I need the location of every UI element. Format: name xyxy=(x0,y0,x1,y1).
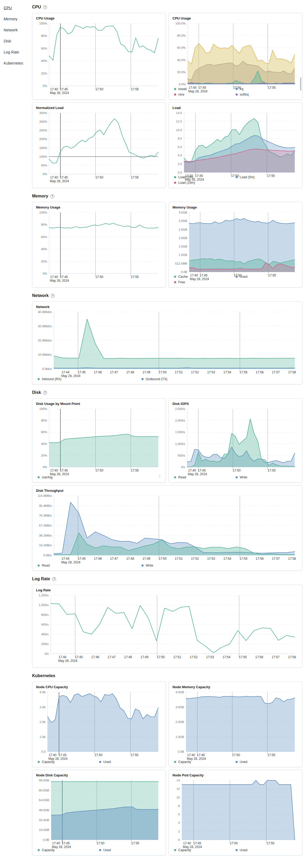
svg-text:17:56: 17:56 xyxy=(255,655,263,659)
legend-label: /var/log xyxy=(42,475,53,479)
legend-item[interactable]: iowait xyxy=(174,87,187,91)
chart-title: Disk IOPS xyxy=(172,402,298,406)
disk-iops-chart[interactable]: 0/s500/s1,000/s1,500/s2,000/s2,500/s17:4… xyxy=(172,406,298,474)
svg-text:17:50: 17:50 xyxy=(157,655,165,659)
svg-text:600/s: 600/s xyxy=(41,623,48,626)
svg-text:17:40: 17:40 xyxy=(50,469,58,472)
svg-text:3.0b: 3.0b xyxy=(40,706,45,709)
legend-dot-icon xyxy=(236,849,238,851)
svg-text:17:55: 17:55 xyxy=(267,753,275,757)
chart-legend: CapacityUsed xyxy=(36,847,162,852)
legend-dot-icon xyxy=(236,476,238,478)
legend-item[interactable]: nice xyxy=(174,93,184,96)
chart-card-cpu-usage-breakdown: CPU Usage 0.0%20.0%40.0%60.0%80.0%100.0%… xyxy=(169,13,302,100)
chart-card-node-disk-capacity: Node Disk Capacity 0.0B16.0GB32.0GB48.0G… xyxy=(32,770,166,855)
svg-text:17:54: 17:54 xyxy=(224,557,231,560)
legend-item[interactable]: Write xyxy=(141,564,153,567)
svg-text:17:55: 17:55 xyxy=(131,176,139,179)
legend-item[interactable]: Capacity xyxy=(174,760,191,764)
sidebar-item-disk[interactable]: Disk xyxy=(4,39,11,43)
disk-throughput-chart[interactable]: 0.0B/s19.1MB/s38.1MB/s57.2MB/s76.3MB/s95… xyxy=(36,493,298,563)
legend-item[interactable]: Capacity xyxy=(174,848,191,852)
svg-text:17:58: 17:58 xyxy=(288,557,296,560)
legend-item[interactable]: Used xyxy=(236,275,247,279)
svg-text:80.0%: 80.0% xyxy=(177,34,185,37)
chart-card-load: Load 0.02.04.06.08.010.012.014.017:4017:… xyxy=(169,102,302,188)
section-title: Log Rate xyxy=(32,577,50,581)
normalized-load-chart[interactable]: 0%50%100%150%200%250%300%350%17:4017:451… xyxy=(36,110,162,185)
help-icon[interactable]: ? xyxy=(43,5,47,9)
overflow-menu-icon[interactable]: ⋮ xyxy=(157,474,163,478)
memory-usage-chart[interactable]: 0%20%40%60%80%100%17:4017:4517:5017:55Ma… xyxy=(36,210,162,285)
sidebar-item-memory[interactable]: Memory xyxy=(4,17,18,21)
svg-text:0.0bit/s: 0.0bit/s xyxy=(42,367,52,370)
cpu-usage-breakdown-chart[interactable]: 0.0%20.0%40.0%60.0%80.0%100.0%17:4017:45… xyxy=(172,21,298,86)
help-icon[interactable]: ? xyxy=(43,391,47,395)
memory-usage-breakdown-chart[interactable]: 0.0B512.0MB1.0GB1.5GB2.0GB2.5GB3.0GB3.5G… xyxy=(172,210,298,274)
svg-text:114.4MB/s: 114.4MB/s xyxy=(38,494,52,497)
legend-label: Capacity xyxy=(42,848,55,852)
network-chart[interactable]: 0.0bit/s10.0Mbit/s20.0Mbit/s30.0Mbit/s40… xyxy=(36,309,298,376)
legend-item[interactable]: Free xyxy=(174,280,185,284)
legend-dot-icon xyxy=(38,564,40,566)
sidebar-item-cpu[interactable]: CPU xyxy=(4,6,12,10)
legend-item[interactable]: Used xyxy=(99,848,111,852)
legend-label: softirq xyxy=(240,93,249,96)
chart-card-memory-usage: Memory Usage 0%20%40%60%80%100%17:4017:4… xyxy=(32,202,166,287)
node-pod-capacity-chart[interactable]: 0246810121417:4017:4517:5017:55May 28, 2… xyxy=(172,778,298,847)
svg-text:14: 14 xyxy=(176,779,180,782)
legend-item[interactable]: Read xyxy=(38,564,50,567)
section-title: Disk xyxy=(32,390,41,395)
legend-item[interactable]: /var/log xyxy=(38,475,53,479)
chart-title: Disk Throughput xyxy=(36,489,298,493)
svg-text:19.1MB/s: 19.1MB/s xyxy=(39,544,52,547)
legend-item[interactable]: Used xyxy=(236,760,247,764)
section-heading-kubernetes: Kubernetes xyxy=(32,674,302,678)
sidebar-item-network[interactable]: Network xyxy=(4,28,18,32)
legend-item[interactable]: Inbound (RX) xyxy=(38,377,61,381)
help-icon[interactable]: ? xyxy=(50,194,54,198)
svg-text:17:48: 17:48 xyxy=(124,655,132,659)
cpu-usage-chart[interactable]: 0%20%40%60%80%100%17:4017:4517:5017:55Ma… xyxy=(36,21,162,97)
legend-item[interactable]: Write xyxy=(236,475,247,479)
chart-card-normalized-load: Normalized Load 0%50%100%150%200%250%300… xyxy=(32,102,166,188)
node-memory-capacity-chart[interactable]: 0.0B1.0GB2.0GB3.0GB4.0GB17:4017:4517:501… xyxy=(172,689,298,759)
help-icon[interactable]: ? xyxy=(51,294,55,298)
legend-item[interactable]: Load (5m) xyxy=(236,175,255,179)
svg-text:1.5GB: 1.5GB xyxy=(178,245,187,248)
svg-text:17:45: 17:45 xyxy=(60,469,68,472)
legend-scrollbar[interactable] xyxy=(300,78,301,91)
svg-text:17:45: 17:45 xyxy=(60,275,68,279)
legend-item[interactable]: Capacity xyxy=(38,760,55,764)
node-cpu-capacity-chart[interactable]: 0.01.0b2.0b3.0b4.0b17:4017:4517:5017:55M… xyxy=(36,689,162,759)
chart-title: Node Disk Capacity xyxy=(36,773,162,777)
legend-item[interactable]: Load (15m) xyxy=(174,181,195,185)
legend-item[interactable]: Read xyxy=(174,475,186,479)
svg-text:17:53: 17:53 xyxy=(206,655,214,659)
svg-text:76.3MB/s: 76.3MB/s xyxy=(39,514,52,517)
disk-usage-chart[interactable]: 0%20%40%60%80%100%17:4017:4517:5017:55Ma… xyxy=(36,406,162,474)
log-rate-chart[interactable]: 0/s200/s400/s600/s800/s1,000/s1,200/s17:… xyxy=(36,593,298,665)
sidebar-item-log-rate[interactable]: Log Rate xyxy=(4,50,19,54)
legend-item[interactable]: Outbound (TX) xyxy=(141,377,168,381)
legend-item[interactable]: irq xyxy=(236,87,243,91)
svg-text:6.0: 6.0 xyxy=(178,145,182,149)
legend-item[interactable]: Used xyxy=(99,760,111,764)
legend-item[interactable]: softirq xyxy=(236,93,249,96)
chart-legend: Inbound (RX)Outbound (TX) xyxy=(36,376,298,381)
chart-title: Node Memory Capacity xyxy=(172,685,298,689)
legend-item[interactable]: Used xyxy=(236,848,247,852)
svg-text:800/s: 800/s xyxy=(41,613,48,616)
svg-text:30.0Mbit/s: 30.0Mbit/s xyxy=(38,324,52,328)
node-disk-capacity-chart[interactable]: 0.0B16.0GB32.0GB48.0GB64.0GB80.0GB96.0GB… xyxy=(36,778,162,847)
legend-item[interactable]: Capacity xyxy=(38,848,55,852)
legend-dot-icon xyxy=(99,849,101,851)
sidebar-item-kubernetes[interactable]: Kubernetes xyxy=(4,61,23,65)
svg-text:12.0: 12.0 xyxy=(176,120,182,123)
legend-item[interactable]: Load (1m) xyxy=(174,175,193,179)
load-chart[interactable]: 0.02.04.06.08.010.012.014.017:4017:4517:… xyxy=(172,110,298,174)
help-icon[interactable]: ? xyxy=(52,577,56,581)
chart-card-log-rate: Log Rate 0/s200/s400/s600/s800/s1,000/s1… xyxy=(32,585,302,668)
legend-item[interactable]: Cache xyxy=(174,275,188,279)
svg-text:17:50: 17:50 xyxy=(96,87,103,91)
